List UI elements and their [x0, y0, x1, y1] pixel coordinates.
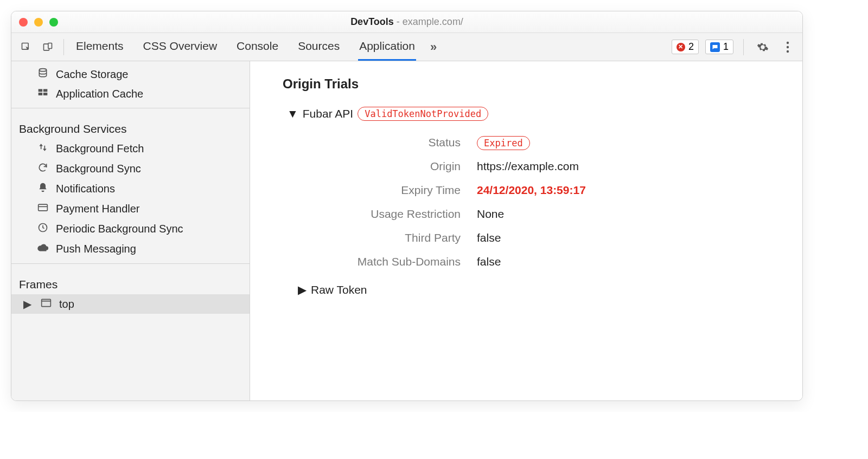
sidebar-item-background-fetch[interactable]: Background Fetch	[11, 139, 250, 159]
svg-point-6	[39, 69, 46, 72]
clock-icon	[36, 222, 49, 236]
svg-rect-11	[39, 204, 48, 211]
sidebar-item-periodic-background-sync[interactable]: Periodic Background Sync	[11, 219, 250, 239]
sidebar-item-label: Background Sync	[56, 163, 141, 175]
toolbar-right: ✕ 2 1	[672, 38, 797, 56]
tab-sources[interactable]: Sources	[297, 33, 341, 61]
frame-icon	[40, 298, 53, 311]
field-label-third-party: Third Party	[320, 231, 461, 244]
window-controls	[19, 18, 58, 27]
cloud-icon	[36, 242, 49, 256]
tab-css-overview[interactable]: CSS Overview	[142, 33, 219, 61]
window-title-app: DevTools	[350, 16, 394, 27]
sidebar-item-label: Periodic Background Sync	[56, 223, 183, 235]
raw-token-toggle[interactable]: ▶ Raw Token	[298, 283, 770, 296]
zoom-window-button[interactable]	[49, 18, 58, 27]
bell-icon	[36, 182, 49, 196]
sidebar-heading-frames: Frames	[11, 268, 250, 294]
trial-details: Status Expired Origin https://example.co…	[320, 136, 770, 268]
svg-rect-13	[42, 299, 51, 306]
sync-icon	[36, 162, 49, 176]
trial-name: Fubar API	[303, 107, 353, 120]
expand-triangle-icon[interactable]: ▶	[23, 298, 31, 311]
svg-rect-10	[43, 93, 48, 95]
expand-triangle-icon: ▶	[298, 283, 307, 296]
window-title: DevTools - example.com/	[11, 16, 802, 28]
sidebar-item-label: Notifications	[56, 183, 115, 195]
main-toolbar: Elements CSS Overview Console Sources Ap…	[11, 33, 802, 61]
field-value-status: Expired	[477, 136, 770, 149]
sidebar-item-label: Background Fetch	[56, 143, 144, 155]
trial-status-badge: ValidTokenNotProvided	[358, 107, 488, 121]
separator	[11, 263, 250, 264]
svg-point-5	[787, 50, 789, 52]
field-value-origin: https://example.com	[477, 160, 770, 173]
status-badge: Expired	[477, 136, 530, 150]
sidebar-item-frame-top[interactable]: ▶ top	[11, 294, 250, 314]
tab-elements[interactable]: Elements	[75, 33, 125, 61]
sidebar: Cache Storage Application Cache Backgrou…	[11, 61, 250, 400]
error-icon: ✕	[676, 43, 685, 51]
field-value-subdomains: false	[477, 255, 770, 268]
svg-rect-2	[48, 43, 52, 48]
grid-icon	[36, 88, 49, 100]
devtools-window: DevTools - example.com/ Elements CSS Ove…	[11, 11, 803, 401]
raw-token-label: Raw Token	[311, 283, 367, 296]
tab-console[interactable]: Console	[235, 33, 279, 61]
panel-tabs: Elements CSS Overview Console Sources Ap…	[75, 33, 416, 61]
message-icon	[710, 42, 720, 52]
tab-application[interactable]: Application	[358, 33, 416, 61]
sidebar-item-label: Application Cache	[56, 88, 143, 100]
messages-badge[interactable]: 1	[705, 40, 733, 54]
svg-point-3	[787, 41, 789, 43]
sidebar-item-label: Cache Storage	[56, 68, 128, 81]
field-label-origin: Origin	[320, 160, 461, 173]
sidebar-item-notifications[interactable]: Notifications	[11, 179, 250, 199]
updown-arrows-icon	[36, 142, 49, 156]
svg-rect-9	[39, 93, 43, 95]
close-window-button[interactable]	[19, 18, 28, 27]
credit-card-icon	[36, 202, 49, 216]
errors-badge[interactable]: ✕ 2	[672, 40, 699, 54]
field-value-third-party: false	[477, 231, 770, 244]
settings-icon[interactable]	[754, 38, 772, 56]
field-label-status: Status	[320, 136, 461, 149]
sidebar-item-label: Payment Handler	[56, 203, 140, 215]
messages-count: 1	[723, 41, 729, 53]
trial-header[interactable]: ▼ Fubar API ValidTokenNotProvided	[287, 107, 770, 121]
svg-rect-8	[43, 89, 48, 92]
database-icon	[36, 68, 49, 81]
body-split: Cache Storage Application Cache Backgrou…	[11, 61, 802, 400]
sidebar-item-application-cache[interactable]: Application Cache	[11, 85, 250, 104]
window-title-url: example.com/	[403, 16, 463, 27]
field-label-expiry: Expiry Time	[320, 184, 461, 197]
sidebar-item-cache-storage[interactable]: Cache Storage	[11, 64, 250, 85]
field-value-usage: None	[477, 208, 770, 221]
sidebar-heading-background-services: Background Services	[11, 113, 250, 139]
separator	[63, 39, 64, 55]
main-panel: Origin Trials ▼ Fubar API ValidTokenNotP…	[250, 61, 802, 400]
sidebar-item-label: top	[59, 298, 74, 311]
field-label-usage: Usage Restriction	[320, 208, 461, 221]
sidebar-item-push-messaging[interactable]: Push Messaging	[11, 239, 250, 259]
errors-count: 2	[688, 41, 694, 53]
title-bar: DevTools - example.com/	[11, 11, 802, 33]
device-toggle-icon[interactable]	[39, 38, 57, 56]
sidebar-item-payment-handler[interactable]: Payment Handler	[11, 199, 250, 219]
sidebar-item-background-sync[interactable]: Background Sync	[11, 159, 250, 179]
inspect-element-icon[interactable]	[17, 38, 35, 56]
collapse-triangle-icon[interactable]: ▼	[287, 107, 298, 120]
field-label-subdomains: Match Sub-Domains	[320, 255, 461, 268]
sidebar-item-label: Push Messaging	[56, 243, 136, 255]
separator	[743, 39, 744, 55]
separator	[11, 108, 250, 108]
field-value-expiry: 24/12/2020, 13:59:17	[477, 184, 770, 197]
minimize-window-button[interactable]	[34, 18, 43, 27]
kebab-menu-icon[interactable]	[778, 38, 797, 56]
svg-rect-7	[39, 89, 43, 92]
more-tabs-button[interactable]: »	[430, 40, 437, 54]
svg-point-4	[787, 46, 789, 48]
section-title: Origin Trials	[283, 76, 770, 92]
